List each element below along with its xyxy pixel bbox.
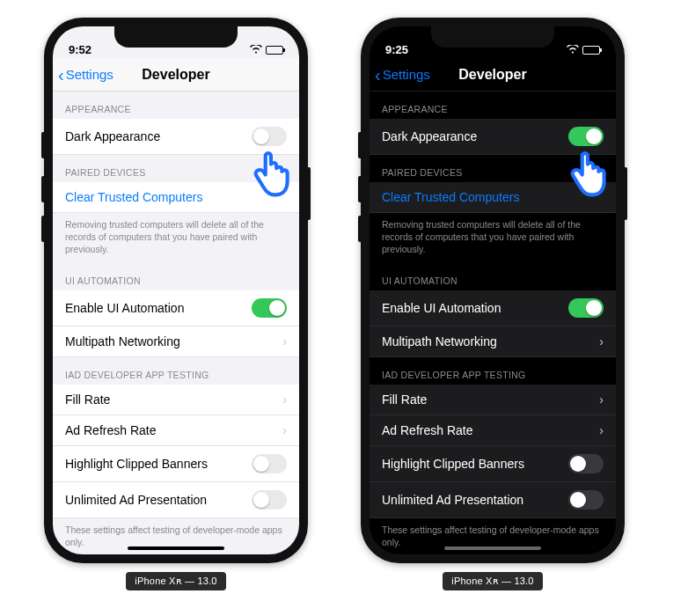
back-button[interactable]: ‹ Settings [58, 66, 113, 84]
phone-light: 9:52 ‹ Settings Developer [44, 18, 308, 563]
unlimited-ad-switch[interactable] [252, 490, 287, 510]
nav-bar: ‹ Settings Developer [53, 58, 299, 92]
paired-footer: Removing trusted computers will delete a… [53, 213, 299, 263]
notch [431, 26, 554, 48]
chevron-left-icon: ‹ [375, 66, 381, 84]
section-header-appearance: APPEARANCE [370, 92, 616, 119]
row-enable-ui-automation[interactable]: Enable UI Automation [370, 290, 616, 326]
phone-dark: 9:25 ‹ Settings Developer [361, 18, 625, 563]
ui-automation-switch[interactable] [252, 298, 287, 318]
notch [114, 26, 238, 48]
dark-appearance-switch[interactable] [568, 127, 604, 146]
row-unlimited-ad[interactable]: Unlimited Ad Presentation [53, 482, 299, 518]
home-indicator[interactable] [444, 546, 541, 550]
chevron-right-icon: › [282, 334, 287, 348]
chevron-right-icon: › [282, 392, 287, 407]
ui-automation-switch[interactable] [568, 298, 604, 318]
row-highlight-banners[interactable]: Highlight Clipped Banners [53, 446, 299, 482]
row-unlimited-ad[interactable]: Unlimited Ad Presentation [370, 482, 616, 518]
row-multipath[interactable]: Multipath Networking › [370, 326, 616, 357]
highlight-banners-switch[interactable] [568, 454, 604, 473]
nav-title: Developer [142, 67, 209, 83]
section-header-appearance: APPEARANCE [53, 92, 299, 119]
home-indicator[interactable] [128, 546, 224, 550]
unlimited-ad-switch[interactable] [568, 490, 604, 510]
row-ad-refresh[interactable]: Ad Refresh Rate › [370, 415, 616, 446]
chevron-right-icon: › [599, 423, 604, 437]
chevron-left-icon: ‹ [58, 66, 64, 84]
screen-dark: 9:25 ‹ Settings Developer [370, 26, 616, 554]
row-enable-ui-automation[interactable]: Enable UI Automation [53, 290, 299, 326]
status-time: 9:52 [69, 43, 91, 56]
highlight-banners-switch[interactable] [252, 454, 287, 473]
section-header-uiautomation: UI AUTOMATION [370, 263, 616, 290]
row-highlight-banners[interactable]: Highlight Clipped Banners [370, 446, 616, 482]
paired-footer: Removing trusted computers will delete a… [370, 213, 616, 263]
section-header-uiautomation: UI AUTOMATION [53, 263, 299, 290]
screen-light: 9:52 ‹ Settings Developer [53, 26, 299, 554]
battery-icon [266, 46, 283, 55]
row-ad-refresh[interactable]: Ad Refresh Rate › [53, 415, 299, 446]
device-caption-dark: iPhone Xʀ — 13.0 [443, 572, 542, 590]
row-multipath[interactable]: Multipath Networking › [53, 326, 299, 357]
nav-bar: ‹ Settings Developer [370, 58, 616, 92]
status-time: 9:25 [385, 43, 408, 56]
dark-appearance-switch[interactable] [252, 127, 287, 146]
section-header-iad: IAD DEVELOPER APP TESTING [53, 357, 299, 385]
chevron-right-icon: › [599, 334, 604, 348]
row-fill-rate[interactable]: Fill Rate › [370, 385, 616, 415]
battery-icon [582, 46, 600, 55]
chevron-right-icon: › [282, 423, 287, 437]
chevron-right-icon: › [599, 392, 604, 407]
nav-title: Developer [458, 67, 526, 83]
tap-hand-icon [250, 150, 294, 199]
tap-hand-icon [567, 150, 611, 199]
wifi-icon [250, 43, 262, 56]
row-fill-rate[interactable]: Fill Rate › [53, 385, 299, 415]
device-caption-light: iPhone Xʀ — 13.0 [126, 572, 225, 590]
wifi-icon [567, 43, 579, 56]
section-header-iad: IAD DEVELOPER APP TESTING [370, 357, 616, 385]
back-button[interactable]: ‹ Settings [375, 66, 430, 84]
